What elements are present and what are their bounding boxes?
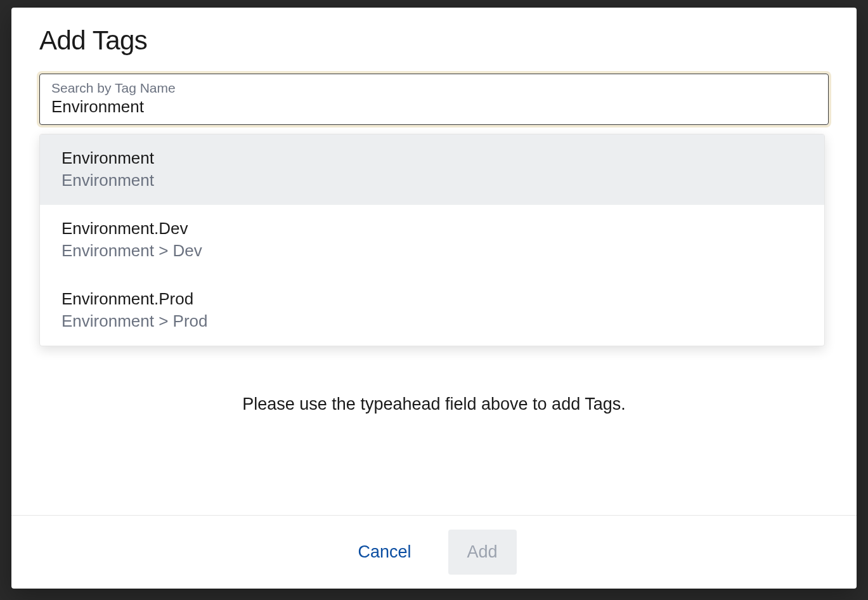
dropdown-item-title: Environment (62, 148, 803, 168)
search-field[interactable]: Search by Tag Name (39, 74, 829, 125)
dropdown-item-path: Environment > Dev (62, 241, 803, 261)
modal-title: Add Tags (39, 25, 829, 56)
dropdown-item[interactable]: Environment Environment (40, 134, 824, 205)
add-button[interactable]: Add (448, 530, 517, 575)
modal-body: Add Tags Search by Tag Name Environment … (11, 8, 857, 515)
search-input[interactable] (51, 97, 817, 117)
dropdown-item[interactable]: Environment.Dev Environment > Dev (40, 205, 824, 275)
dropdown-item-path: Environment (62, 171, 803, 190)
modal-footer: Cancel Add (11, 515, 857, 589)
helper-text: Please use the typeahead field above to … (11, 395, 857, 414)
dropdown-item[interactable]: Environment.Prod Environment > Prod (40, 275, 824, 346)
search-label: Search by Tag Name (51, 81, 817, 96)
cancel-button[interactable]: Cancel (351, 533, 417, 571)
add-tags-modal: Add Tags Search by Tag Name Environment … (11, 8, 857, 589)
dropdown-item-path: Environment > Prod (62, 311, 803, 331)
dropdown-item-title: Environment.Prod (62, 289, 803, 309)
tag-dropdown: Environment Environment Environment.Dev … (39, 134, 825, 346)
dropdown-item-title: Environment.Dev (62, 219, 803, 238)
search-wrapper: Search by Tag Name Environment Environme… (39, 74, 829, 125)
